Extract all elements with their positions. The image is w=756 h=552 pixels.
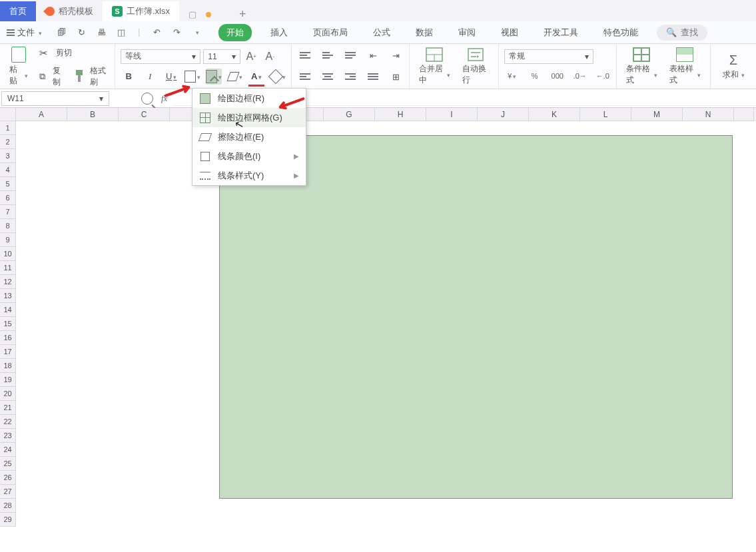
row-header[interactable]: 26	[0, 471, 16, 485]
align-top-button[interactable]	[297, 48, 313, 64]
decrease-indent-button[interactable]: ⇤	[365, 48, 381, 64]
align-center-button[interactable]	[320, 69, 336, 85]
cut-button[interactable]: ✂	[36, 45, 52, 61]
ribbon-tab-feature[interactable]: 特色功能	[597, 24, 645, 41]
row-header[interactable]: 12	[0, 275, 16, 289]
row-header[interactable]: 29	[0, 513, 16, 527]
copy-button[interactable]: ⧉	[36, 69, 49, 85]
row-header[interactable]: 23	[0, 429, 16, 443]
number-format-select[interactable]: 常规▾	[504, 49, 593, 64]
zoom-icon[interactable]	[141, 93, 153, 105]
col-header[interactable]: N	[683, 108, 734, 121]
search-box[interactable]: 🔍 查找	[657, 25, 707, 41]
decrease-font-button[interactable]: A-	[262, 49, 278, 65]
col-header[interactable]: M	[631, 108, 683, 121]
increase-indent-button[interactable]: ⇥	[388, 48, 404, 64]
orientation-button[interactable]: ⊞	[388, 69, 404, 85]
font-name-select[interactable]: 等线▾	[121, 49, 200, 64]
decrease-decimal-button[interactable]: ←.0	[595, 68, 611, 84]
col-header[interactable]: I	[426, 108, 478, 121]
fill-color-button[interactable]	[227, 69, 243, 85]
align-right-button[interactable]	[342, 69, 358, 85]
row-header[interactable]: 7	[0, 205, 16, 219]
row-header[interactable]: 4	[0, 163, 16, 177]
ribbon-tab-insert[interactable]: 插入	[264, 24, 294, 41]
col-header[interactable]: A	[16, 108, 67, 121]
justify-button[interactable]	[365, 69, 381, 85]
align-bottom-button[interactable]	[342, 48, 358, 64]
row-header[interactable]: 14	[0, 303, 16, 317]
increase-decimal-button[interactable]: .0→	[572, 68, 588, 84]
row-header[interactable]: 15	[0, 317, 16, 331]
col-header[interactable]: K	[529, 108, 580, 121]
row-header[interactable]: 11	[0, 261, 16, 275]
row-header[interactable]: 9	[0, 233, 16, 247]
ribbon-tab-view[interactable]: 视图	[494, 24, 525, 41]
row-header[interactable]: 18	[0, 359, 16, 373]
dropdown-item[interactable]: 擦除边框(E)	[192, 127, 306, 146]
col-header[interactable]: H	[375, 108, 426, 121]
currency-button[interactable]: ¥	[504, 68, 520, 84]
row-header[interactable]: 5	[0, 177, 16, 191]
format-brush-button[interactable]	[270, 69, 286, 85]
row-header[interactable]: 1	[0, 121, 16, 135]
name-box[interactable]: W11▾	[1, 91, 109, 106]
align-middle-button[interactable]	[320, 48, 336, 64]
save-icon[interactable]: 🗐	[55, 27, 67, 39]
tab-document[interactable]: S 工作簿.xlsx	[103, 1, 179, 21]
row-header[interactable]: 27	[0, 485, 16, 499]
row-header[interactable]: 28	[0, 499, 16, 513]
dropdown-item[interactable]: 线条颜色(I)▶	[192, 146, 306, 166]
print-icon[interactable]: 🖶	[95, 27, 107, 39]
tab-template[interactable]: 稻壳模板	[36, 1, 103, 21]
save-as-icon[interactable]: ↻	[75, 27, 87, 39]
row-header[interactable]: 24	[0, 443, 16, 457]
redo-dropdown[interactable]	[190, 27, 202, 39]
notification-dot-icon[interactable]	[206, 12, 211, 17]
row-header[interactable]: 20	[0, 387, 16, 401]
row-header[interactable]: 3	[0, 149, 16, 163]
row-header[interactable]: 17	[0, 345, 16, 359]
ribbon-tab-dev[interactable]: 开发工具	[537, 24, 585, 41]
new-tab-button[interactable]: +	[239, 7, 246, 21]
comma-button[interactable]: 000	[550, 68, 566, 84]
ribbon-tab-review[interactable]: 审阅	[452, 24, 482, 41]
preview-icon[interactable]: ◫	[115, 27, 127, 39]
row-header[interactable]: 2	[0, 135, 16, 149]
merge-center-button[interactable]: 合并居中	[415, 46, 454, 87]
ribbon-tab-formula[interactable]: 公式	[366, 24, 397, 41]
row-header[interactable]: 10	[0, 247, 16, 261]
col-header[interactable]	[734, 108, 754, 121]
ribbon-tab-layout[interactable]: 页面布局	[306, 24, 354, 41]
ribbon-tab-start[interactable]: 开始	[218, 24, 252, 41]
col-header[interactable]: C	[119, 108, 170, 121]
row-header[interactable]: 13	[0, 289, 16, 303]
dropdown-item[interactable]: 线条样式(Y)▶	[192, 166, 306, 185]
autosum-button[interactable]: Σ 求和	[716, 51, 751, 82]
redo-icon[interactable]: ↷	[171, 27, 183, 39]
row-header[interactable]: 25	[0, 457, 16, 471]
row-header[interactable]: 8	[0, 219, 16, 233]
tab-home[interactable]: 首页	[0, 1, 36, 21]
conditional-format-button[interactable]: 条件格式	[622, 46, 661, 87]
align-left-button[interactable]	[297, 69, 313, 85]
col-header[interactable]: G	[324, 108, 375, 121]
undo-icon[interactable]: ↶	[151, 27, 163, 39]
font-color-button[interactable]: A	[248, 69, 264, 85]
table-style-button[interactable]: 表格样式	[665, 46, 705, 87]
wrap-text-button[interactable]: 自动换行	[458, 46, 493, 87]
row-header[interactable]: 19	[0, 373, 16, 387]
file-menu[interactable]: 文件	[0, 27, 49, 39]
font-size-select[interactable]: 11▾	[203, 49, 240, 64]
col-header[interactable]: J	[478, 108, 529, 121]
format-painter-button[interactable]	[73, 69, 86, 85]
bold-button[interactable]: B	[121, 69, 137, 85]
italic-button[interactable]: I	[142, 69, 158, 85]
row-header[interactable]: 22	[0, 415, 16, 429]
row-header[interactable]: 21	[0, 401, 16, 415]
draw-border-button[interactable]	[206, 69, 222, 85]
paste-button[interactable]: 粘贴	[5, 45, 32, 88]
percent-button[interactable]: %	[527, 68, 543, 84]
screen-icon[interactable]: ▢	[189, 9, 196, 19]
row-header[interactable]: 6	[0, 191, 16, 205]
